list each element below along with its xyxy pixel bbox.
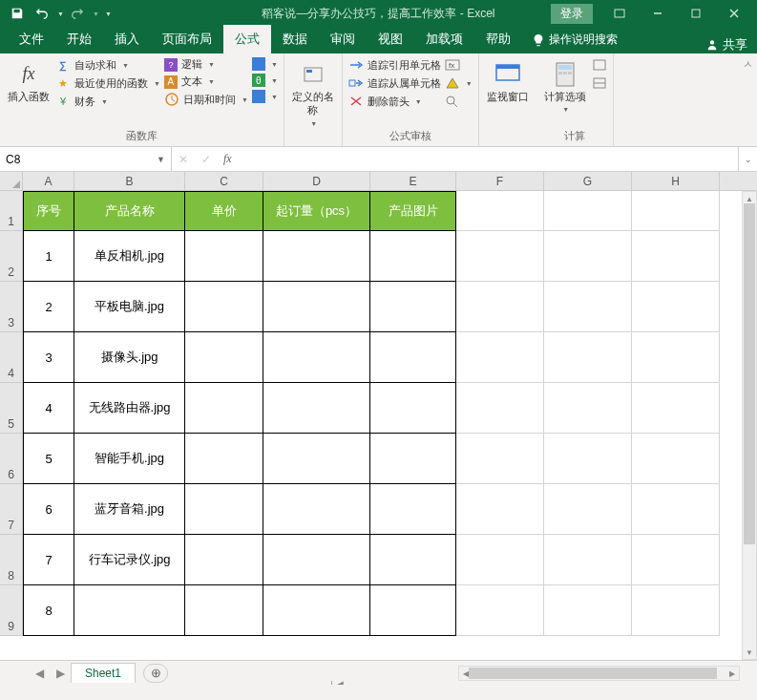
cell-g5[interactable] (544, 383, 632, 434)
horizontal-scrollbar[interactable]: ◀ ▶ (458, 666, 740, 681)
tab-help[interactable]: 帮助 (474, 25, 522, 53)
qat-customize[interactable]: ▼ (105, 11, 112, 17)
scroll-down-button[interactable]: ▼ (743, 646, 756, 659)
cell-b5[interactable]: 无线路由器.jpg (74, 383, 185, 434)
row-header-7[interactable]: 7 (0, 484, 23, 535)
hscroll-thumb[interactable] (469, 668, 717, 679)
cell-d6[interactable] (263, 434, 370, 484)
cell-f1[interactable] (456, 191, 544, 231)
cell-h9[interactable] (632, 585, 720, 636)
show-formulas-button[interactable]: fx (445, 57, 473, 73)
cell-b3[interactable]: 平板电脑.jpg (74, 282, 185, 332)
col-header-f[interactable]: F (456, 172, 544, 190)
vertical-scrollbar[interactable]: ▲ ▼ (742, 191, 757, 660)
cell-h2[interactable] (632, 231, 720, 282)
cell-f3[interactable] (456, 282, 544, 332)
cell-c9[interactable] (185, 585, 263, 636)
cell-e2[interactable] (370, 231, 456, 282)
calc-options-button[interactable]: 计算选项 ▼ (542, 57, 588, 114)
cell-a7[interactable]: 6 (23, 484, 74, 535)
ribbon-display-button[interactable] (600, 0, 639, 27)
cell-b8[interactable]: 行车记录仪.jpg (74, 535, 185, 585)
cell-c2[interactable] (185, 231, 263, 282)
cell-g3[interactable] (544, 282, 632, 332)
cell-f9[interactable] (456, 585, 544, 636)
cell-g9[interactable] (544, 585, 632, 636)
cell-d8[interactable] (263, 535, 370, 585)
tab-insert[interactable]: 插入 (103, 25, 151, 53)
cell-c6[interactable] (185, 434, 263, 484)
tab-data[interactable]: 数据 (271, 25, 319, 53)
cell-d2[interactable] (263, 231, 370, 282)
cell-f8[interactable] (456, 535, 544, 585)
cell-h8[interactable] (632, 535, 720, 585)
row-header-3[interactable]: 3 (0, 282, 23, 332)
name-box-dropdown[interactable]: ▼ (157, 155, 165, 164)
lookup-button[interactable]: ▼ (252, 57, 278, 71)
cell-h6[interactable] (632, 434, 720, 484)
tab-addins[interactable]: 加载项 (414, 25, 474, 53)
cell-c7[interactable] (185, 484, 263, 535)
row-header-9[interactable]: 9 (0, 585, 23, 636)
remove-arrows-button[interactable]: 删除箭头▼ (348, 94, 441, 109)
cell-c8[interactable] (185, 535, 263, 585)
cell-g7[interactable] (544, 484, 632, 535)
cell-f6[interactable] (456, 434, 544, 484)
recently-used-button[interactable]: ★最近使用的函数▼ (55, 75, 160, 91)
cell-a1[interactable]: 序号 (23, 191, 74, 231)
tell-me-search[interactable]: 操作说明搜索 (522, 26, 627, 53)
cell-b6[interactable]: 智能手机.jpg (74, 434, 185, 484)
cell-c5[interactable] (185, 383, 263, 434)
undo-dropdown[interactable]: ▼ (57, 11, 64, 17)
cell-g1[interactable] (544, 191, 632, 231)
cell-c1[interactable]: 单价 (185, 191, 263, 231)
col-header-d[interactable]: D (263, 172, 370, 190)
cell-h5[interactable] (632, 383, 720, 434)
insert-function-button[interactable]: fx 插入函数 (6, 57, 52, 103)
new-sheet-button[interactable]: ⊕ (143, 664, 168, 683)
cell-f2[interactable] (456, 231, 544, 282)
cell-e1[interactable]: 产品图片 (370, 191, 456, 231)
vscroll-thumb[interactable] (744, 203, 755, 544)
row-header-2[interactable]: 2 (0, 231, 23, 282)
cell-d9[interactable] (263, 585, 370, 636)
cell-g6[interactable] (544, 434, 632, 484)
login-button[interactable]: 登录 (551, 4, 593, 24)
row-header-1[interactable]: 1 (0, 191, 23, 231)
cell-e6[interactable] (370, 434, 456, 484)
cell-g4[interactable] (544, 332, 632, 383)
watch-window-button[interactable]: 监视窗口 (485, 57, 531, 103)
cell-f4[interactable] (456, 332, 544, 383)
cell-e7[interactable] (370, 484, 456, 535)
cell-e9[interactable] (370, 585, 456, 636)
cell-e3[interactable] (370, 282, 456, 332)
cell-c4[interactable] (185, 332, 263, 383)
cell-d3[interactable] (263, 282, 370, 332)
save-button[interactable] (6, 2, 29, 25)
cell-a3[interactable]: 2 (23, 282, 74, 332)
calc-now-button[interactable] (592, 57, 607, 73)
minimize-button[interactable] (639, 0, 677, 27)
autosum-button[interactable]: ∑自动求和▼ (55, 57, 160, 73)
cells-area[interactable]: 序号 产品名称 单价 起订量（pcs） 产品图片 1单反相机.jpg2平板电脑.… (23, 191, 757, 659)
tab-home[interactable]: 开始 (55, 25, 103, 53)
cell-a2[interactable]: 1 (23, 231, 74, 282)
scroll-right-button[interactable]: ▶ (725, 667, 739, 680)
row-header-8[interactable]: 8 (0, 535, 23, 585)
cell-h3[interactable] (632, 282, 720, 332)
row-header-5[interactable]: 5 (0, 383, 23, 434)
select-all-button[interactable] (0, 172, 23, 190)
cell-a4[interactable]: 3 (23, 332, 74, 383)
cell-a5[interactable]: 4 (23, 383, 74, 434)
tab-pagelayout[interactable]: 页面布局 (151, 25, 223, 53)
cell-f5[interactable] (456, 383, 544, 434)
more-functions-button[interactable]: ▼ (252, 90, 278, 103)
cell-a9[interactable]: 8 (23, 585, 74, 636)
cell-b2[interactable]: 单反相机.jpg (74, 231, 185, 282)
calc-sheet-button[interactable] (592, 75, 607, 91)
cell-a8[interactable]: 7 (23, 535, 74, 585)
cell-b9[interactable] (74, 585, 185, 636)
enter-formula-button[interactable]: ✓ (195, 153, 218, 166)
cell-d4[interactable] (263, 332, 370, 383)
name-box[interactable]: C8 ▼ (0, 147, 172, 171)
